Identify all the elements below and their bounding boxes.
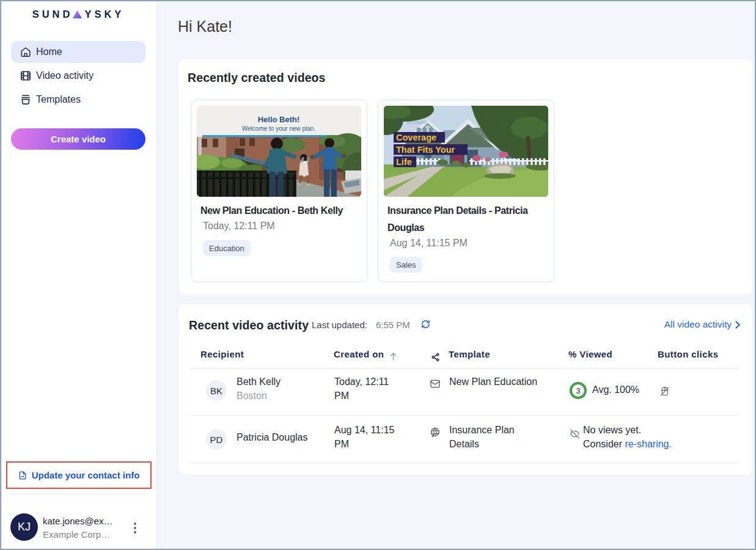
svg-text:Life: Life <box>396 157 412 167</box>
svg-text:SKYSURE: SKYSURE <box>406 120 427 125</box>
svg-text:That Fits Your: That Fits Your <box>396 145 455 155</box>
svg-text:Hello Beth!: Hello Beth! <box>258 115 300 124</box>
svg-text:Coverage: Coverage <box>396 133 436 142</box>
svg-text:Welcome to your new plan.: Welcome to your new plan. <box>242 125 315 132</box>
